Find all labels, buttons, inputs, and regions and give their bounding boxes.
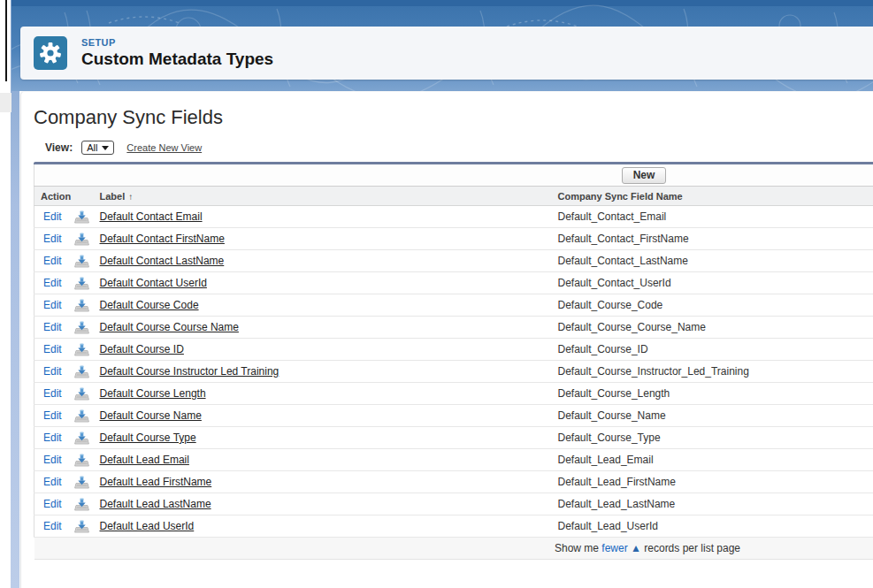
download-into-tray-icon — [74, 255, 89, 268]
edit-link[interactable]: Edit — [43, 409, 62, 422]
record-label-link[interactable]: Default Contact Email — [100, 210, 203, 223]
action-cell: Edit — [34, 206, 73, 228]
download-into-tray-icon — [74, 387, 89, 401]
edit-link[interactable]: Edit — [43, 210, 62, 223]
table-row: Edit — [34, 272, 873, 294]
record-label-link[interactable]: Default Lead Email — [100, 454, 189, 466]
record-label-link[interactable]: Default Lead FirstName — [100, 476, 212, 488]
column-header-icon-spacer — [73, 187, 94, 206]
icon-cell — [73, 405, 94, 427]
view-select[interactable]: All — [81, 141, 114, 155]
fewer-link[interactable]: fewer — [601, 542, 627, 554]
record-label-link[interactable]: Default Course Length — [100, 387, 206, 400]
download-into-tray-icon — [74, 365, 89, 378]
setup-page-title: Custom Metadata Types — [81, 50, 273, 69]
download-into-tray-icon — [74, 233, 89, 246]
field-name-cell: Default_Contact_UserId — [552, 272, 873, 294]
action-cell: Edit — [34, 427, 73, 449]
view-select-value: All — [87, 142, 97, 153]
record-label-link[interactable]: Default Lead LastName — [100, 498, 211, 510]
action-cell: Edit — [34, 493, 73, 515]
icon-cell — [73, 250, 94, 272]
view-bar: View: All Create New View — [45, 141, 873, 155]
icon-cell — [73, 339, 94, 361]
record-label-link[interactable]: Default Course Course Name — [100, 321, 239, 333]
icon-cell — [73, 206, 94, 228]
label-cell: Default Contact Email — [94, 206, 552, 228]
action-cell: Edit — [34, 515, 73, 538]
field-name-cell: Default_Lead_UserId — [552, 515, 873, 538]
list-toolbar: New — [34, 164, 873, 186]
icon-cell — [73, 471, 94, 493]
view-label: View: — [45, 141, 73, 154]
action-cell: Edit — [34, 294, 73, 317]
table-row: Edit — [34, 515, 873, 538]
field-name-cell: Default_Contact_FirstName — [552, 228, 873, 250]
create-new-view-link[interactable]: Create New View — [126, 142, 202, 153]
table-row: Edit — [34, 317, 873, 339]
edit-link[interactable]: Edit — [43, 476, 62, 488]
download-into-tray-icon — [74, 343, 89, 356]
field-name-cell: Default_Course_ID — [552, 339, 873, 361]
record-label-link[interactable]: Default Lead UserId — [100, 520, 195, 532]
label-cell: Default Course Course Name — [94, 317, 552, 339]
field-name-cell: Default_Lead_Email — [552, 449, 873, 471]
edit-link[interactable]: Edit — [43, 277, 62, 289]
table-row: Edit — [34, 405, 873, 427]
edit-link[interactable]: Edit — [43, 454, 62, 466]
label-cell: Default Lead FirstName — [94, 471, 552, 493]
icon-cell — [73, 317, 94, 339]
action-cell: Edit — [34, 272, 73, 294]
edit-link[interactable]: Edit — [43, 255, 62, 267]
table-body: Edit — [34, 206, 873, 538]
edit-link[interactable]: Edit — [43, 343, 62, 355]
setup-icon-tile — [34, 36, 67, 70]
window-edge-line — [5, 0, 7, 81]
column-header-field-name[interactable]: Company Sync Field Name — [552, 187, 873, 206]
fewer-arrow-icon[interactable]: ▲ — [631, 542, 641, 554]
record-label-link[interactable]: Default Contact UserId — [100, 277, 207, 289]
table-row: Edit — [34, 449, 873, 471]
column-header-label[interactable]: Label↑ — [94, 187, 552, 206]
label-cell: Default Course Length — [94, 383, 552, 405]
field-name-cell: Default_Contact_LastName — [552, 250, 873, 272]
download-into-tray-icon — [74, 520, 89, 533]
icon-cell — [73, 228, 94, 250]
label-cell: Default Lead Email — [94, 449, 552, 471]
action-cell: Edit — [34, 250, 73, 272]
record-label-link[interactable]: Default Contact FirstName — [100, 233, 225, 245]
field-name-cell: Default_Contact_Email — [552, 206, 873, 228]
record-label-link[interactable]: Default Course ID — [100, 343, 184, 355]
table-row: Edit — [34, 294, 873, 317]
edit-link[interactable]: Edit — [43, 365, 62, 378]
record-label-link[interactable]: Default Course Name — [100, 409, 202, 422]
edit-link[interactable]: Edit — [43, 498, 62, 510]
edit-link[interactable]: Edit — [43, 321, 62, 333]
footer-suffix: records per list page — [644, 542, 740, 554]
edit-link[interactable]: Edit — [43, 387, 62, 400]
label-cell: Default Course Type — [94, 427, 552, 449]
table-row: Edit — [34, 339, 873, 361]
record-label-link[interactable]: Default Course Instructor Led Training — [100, 365, 280, 378]
download-into-tray-icon — [74, 210, 89, 224]
edit-link[interactable]: Edit — [43, 431, 62, 444]
pagination-footer: Show me fewer ▲ records per list page — [34, 538, 873, 560]
icon-cell — [73, 383, 94, 405]
setup-header: SETUP Custom Metadata Types — [20, 27, 873, 80]
field-name-cell: Default_Lead_LastName — [552, 493, 873, 515]
record-label-link[interactable]: Default Course Type — [100, 431, 196, 444]
table-row: Edit — [34, 206, 873, 228]
table-header-row: Action Label↑ Company Sync Field Name — [34, 187, 873, 206]
edit-link[interactable]: Edit — [43, 520, 62, 532]
edit-link[interactable]: Edit — [43, 233, 62, 245]
record-label-link[interactable]: Default Course Code — [100, 299, 199, 311]
download-into-tray-icon — [74, 476, 89, 489]
record-label-link[interactable]: Default Contact LastName — [100, 255, 225, 267]
table-row: Edit — [34, 471, 873, 493]
edit-link[interactable]: Edit — [43, 299, 62, 311]
label-cell: Default Course Instructor Led Training — [94, 361, 552, 383]
action-cell: Edit — [34, 383, 73, 405]
table-row: Edit — [34, 493, 873, 515]
new-button[interactable]: New — [622, 167, 667, 184]
label-cell: Default Lead UserId — [94, 515, 552, 538]
